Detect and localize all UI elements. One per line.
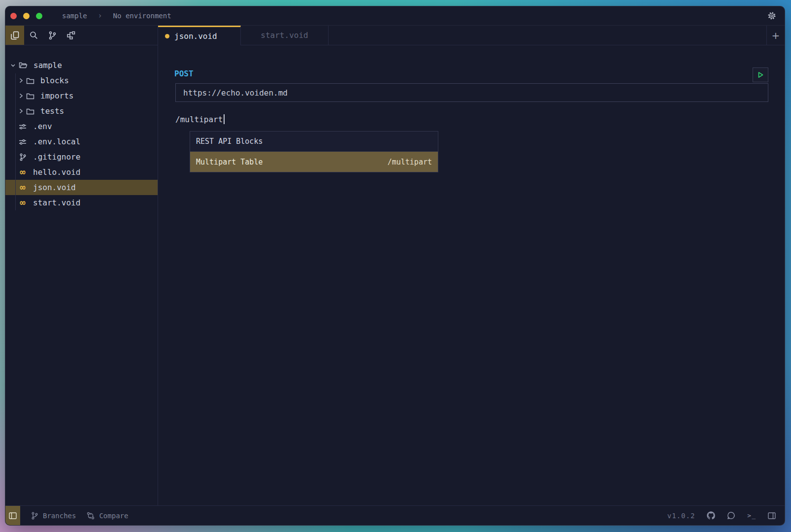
tree-item-imports[interactable]: imports (5, 88, 158, 103)
panel-right-icon (768, 512, 776, 519)
play-icon (757, 71, 764, 78)
close-button[interactable] (10, 13, 17, 19)
chevron-right-icon (19, 93, 24, 99)
settings-button[interactable] (762, 11, 782, 21)
header-row: json.void start.void + (5, 25, 785, 45)
indent-guide (15, 73, 16, 210)
minimize-button[interactable] (23, 13, 30, 19)
app-version: v1.0.2 (667, 512, 695, 520)
toggle-right-panel-button[interactable] (768, 512, 776, 519)
search-icon (30, 31, 38, 39)
tab-bar: json.void start.void + (158, 26, 785, 45)
tree-item-label: sample (33, 61, 62, 70)
folder-icon (26, 93, 34, 100)
feedback-button[interactable] (727, 511, 735, 520)
folder-icon (26, 108, 34, 115)
git-branch-icon (31, 512, 38, 520)
app-window: sample › No environment (5, 6, 785, 526)
dropdown-header: REST API Blocks (190, 132, 438, 152)
tab-start-void[interactable]: start.void (241, 26, 329, 45)
tree-item-gitignore[interactable]: .gitignore (5, 149, 158, 165)
tree-item-label: start.void (33, 198, 80, 207)
traffic-lights (10, 13, 42, 19)
new-tab-button[interactable]: + (766, 26, 785, 45)
void-file-icon: ∞ (18, 183, 27, 192)
breadcrumb: sample › No environment (62, 11, 171, 20)
search-button[interactable] (24, 26, 43, 45)
void-file-icon: ∞ (18, 198, 27, 207)
chat-bubble-icon (727, 511, 735, 520)
tree-item-env[interactable]: .env (5, 119, 158, 134)
tree-item-label: blocks (40, 76, 69, 85)
terminal-icon: >_ (747, 512, 756, 519)
editor-typed-line[interactable]: /multipart (175, 114, 225, 125)
explorer-button[interactable] (5, 26, 24, 45)
option-command: /multipart (388, 158, 432, 166)
void-file-icon: ∞ (18, 167, 27, 177)
tree-item-label: json.void (33, 183, 76, 192)
chevron-down-icon (10, 63, 16, 68)
tree-item-hello-void[interactable]: ∞ hello.void (5, 165, 158, 180)
tab-label: start.void (261, 31, 308, 40)
gear-icon (767, 11, 777, 21)
branches-button[interactable]: Branches (31, 512, 76, 520)
zoom-button[interactable] (36, 13, 42, 19)
blocks-button[interactable] (62, 26, 80, 45)
dropdown-option-multipart-table[interactable]: Multipart Table /multipart (190, 152, 438, 172)
editor-pane: POST /multipart REST API Blocks Multipar… (158, 45, 785, 505)
tree-item-label: .env (33, 122, 52, 131)
activity-bar (5, 26, 158, 45)
github-icon (707, 511, 715, 520)
blocks-icon (66, 31, 75, 40)
files-icon (11, 31, 19, 40)
text-cursor (224, 114, 225, 124)
github-button[interactable] (707, 511, 715, 520)
modified-dot-icon (165, 34, 169, 38)
toggle-sidebar-button[interactable] (5, 506, 20, 526)
tab-json-void[interactable]: json.void (158, 26, 241, 45)
tree-item-json-void[interactable]: ∞ json.void (5, 180, 158, 195)
folder-icon (26, 77, 34, 84)
terminal-button[interactable]: >_ (747, 512, 756, 519)
option-label: Multipart Table (196, 158, 263, 166)
folder-open-icon (19, 62, 28, 69)
title-bar: sample › No environment (5, 6, 785, 25)
git-branch-icon (18, 153, 27, 161)
branches-label: Branches (43, 512, 76, 520)
typed-command-text: /multipart (175, 115, 223, 124)
chevron-right-icon (19, 108, 24, 114)
chevron-right-icon: › (98, 11, 102, 20)
tree-item-label: tests (40, 106, 64, 116)
tree-item-label: .gitignore (33, 152, 80, 162)
tab-label: json.void (174, 32, 217, 41)
block-suggestion-dropdown: REST API Blocks Multipart Table /multipa… (190, 131, 438, 172)
project-name[interactable]: sample (62, 12, 87, 20)
settings-sliders-icon (18, 123, 27, 130)
run-request-button[interactable] (753, 67, 768, 82)
file-explorer: sample blocks (5, 45, 158, 505)
chevron-right-icon (19, 78, 24, 83)
settings-sliders-icon (18, 138, 27, 145)
tree-item-start-void[interactable]: ∞ start.void (5, 195, 158, 210)
main-body: sample blocks (5, 45, 785, 505)
tree-item-sample[interactable]: sample (5, 58, 158, 73)
panel-left-icon (9, 512, 17, 519)
git-branch-icon (48, 31, 57, 40)
tree-item-tests[interactable]: tests (5, 103, 158, 119)
tree-item-label: hello.void (33, 167, 80, 177)
plus-icon: + (772, 30, 780, 41)
tree-item-label: .env.local (33, 137, 80, 146)
http-method-label[interactable]: POST (174, 69, 194, 78)
compare-label: Compare (99, 512, 128, 520)
source-control-button[interactable] (43, 26, 62, 45)
compare-button[interactable]: Compare (87, 512, 128, 520)
tree-item-blocks[interactable]: blocks (5, 73, 158, 88)
url-input[interactable] (175, 83, 768, 102)
compare-icon (87, 512, 95, 520)
tree-item-env-local[interactable]: .env.local (5, 134, 158, 149)
tree-item-label: imports (40, 91, 73, 100)
status-bar-right: v1.0.2 >_ (667, 511, 785, 520)
status-bar: Branches Compare v1.0.2 (5, 505, 785, 525)
environment-selector[interactable]: No environment (113, 12, 171, 20)
